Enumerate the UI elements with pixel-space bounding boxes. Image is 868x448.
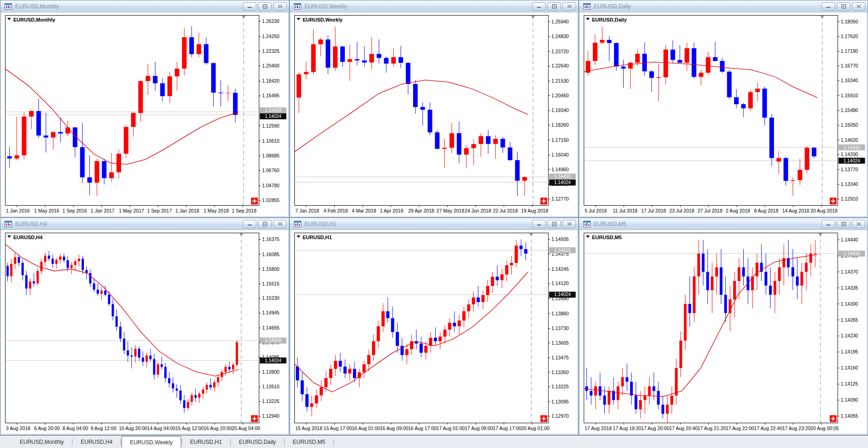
svg-text:1.13800: 1.13800 — [262, 369, 280, 375]
chart-area[interactable]: EURUSD,Monthly1.262301.242501.223251.204… — [1, 12, 288, 216]
minimize-button[interactable] — [822, 220, 835, 228]
chart-canvas-monthly[interactable]: EURUSD,Monthly1.262301.242501.223251.204… — [1, 12, 288, 216]
price-axis[interactable]: 1.163751.160851.158001.155151.152301.149… — [259, 236, 280, 419]
chart-canvas-daily[interactable]: EURUSD,Daily1.180501.176201.171901.16770… — [580, 12, 867, 216]
minimize-button[interactable] — [243, 2, 256, 11]
chart-window-titlebar[interactable]: EURUSD,H1 — [290, 218, 578, 230]
quick-trade-button[interactable] — [830, 415, 837, 422]
time-axis[interactable]: 17 Aug 201817 Aug 19:2017 Aug 20:0017 Au… — [585, 423, 839, 431]
minimize-button[interactable] — [532, 220, 546, 228]
svg-text:1.18260: 1.18260 — [552, 122, 569, 128]
svg-text:20 Aug 04:00: 20 Aug 04:00 — [232, 426, 260, 431]
restore-button[interactable] — [837, 220, 850, 228]
restore-button[interactable] — [258, 220, 271, 228]
svg-text:1 Jan 2016: 1 Jan 2016 — [6, 208, 30, 213]
minimize-button[interactable] — [243, 220, 256, 228]
tab-eurusd-h1[interactable]: EURUSD,H1 — [182, 436, 230, 448]
svg-text:20 Aug 01:00: 20 Aug 01:00 — [521, 426, 550, 431]
svg-text:1.14620: 1.14620 — [841, 137, 858, 143]
svg-text:17 Aug 17:00: 17 Aug 17:00 — [493, 426, 521, 431]
chart-window-titlebar[interactable]: EURUSD,Daily — [579, 0, 868, 12]
minimize-button[interactable] — [532, 2, 546, 11]
symbol-period-label: EURUSD,Daily — [592, 17, 627, 22]
ask-price-badge: 1.14410 — [839, 251, 865, 257]
chart-window-weekly: EURUSD,Weekly — [289, 0, 579, 218]
quick-trade-button[interactable] — [251, 415, 258, 422]
tab-eurusd-monthly[interactable]: EURUSD,Monthly — [12, 436, 72, 448]
time-axis[interactable]: 7 Jan 20184 Feb 20184 Mar 20181 Apr 2018… — [295, 206, 548, 213]
svg-text:17 Aug 20:00: 17 Aug 20:00 — [641, 426, 669, 431]
time-axis[interactable]: 5 Jul 201811 Jul 201817 Jul 201823 Jul 2… — [585, 206, 838, 213]
svg-text:1.13770: 1.13770 — [841, 167, 858, 172]
close-icon — [856, 222, 862, 226]
svg-text:1.02855: 1.02855 — [262, 197, 280, 203]
restore-button[interactable] — [837, 2, 850, 11]
chart-canvas-m5[interactable]: EURUSD,M51.144401.144051.143701.143351.1… — [580, 230, 867, 434]
chart-window-titlebar[interactable]: EURUSD,M5 — [579, 218, 868, 230]
close-button[interactable] — [852, 220, 865, 228]
symbol-period-label: EURUSD,H1 — [303, 235, 332, 240]
symbol-period-label: EURUSD,M5 — [592, 235, 622, 240]
chart-window-titlebar[interactable]: EURUSD,H4 — [0, 218, 289, 230]
svg-text:1.13475: 1.13475 — [552, 355, 569, 360]
svg-text:1.14335: 1.14335 — [841, 285, 858, 291]
svg-text:1.20450: 1.20450 — [552, 93, 569, 98]
tab-eurusd-weekly[interactable]: EURUSD,Weekly — [122, 436, 181, 448]
workspace-grid: EURUSD,Monthly — [0, 0, 868, 435]
close-button[interactable] — [563, 2, 576, 11]
svg-text:1.14410: 1.14410 — [554, 248, 571, 253]
tab-eurusd-h4[interactable]: EURUSD,H4 — [73, 436, 120, 448]
restore-button[interactable] — [258, 2, 271, 11]
tab-eurusd-daily[interactable]: EURUSD,Daily — [231, 436, 284, 448]
quick-trade-button[interactable] — [830, 198, 837, 205]
chart-area[interactable]: EURUSD,Weekly1.259401.248301.237201.2264… — [291, 12, 577, 216]
chart-canvas-h4[interactable]: EURUSD,H41.163751.160851.158001.155151.1… — [1, 230, 288, 434]
chart-area[interactable]: EURUSD,H41.163751.160851.158001.155151.1… — [1, 230, 288, 434]
quick-trade-button[interactable] — [541, 415, 547, 422]
restore-button[interactable] — [547, 2, 561, 11]
svg-text:1.13225: 1.13225 — [262, 398, 280, 404]
ask-price-badge: 1.14410 — [839, 145, 865, 151]
svg-text:17 Aug 09:00: 17 Aug 09:00 — [464, 426, 493, 431]
price-axis[interactable]: 1.144401.144051.143701.143351.143001.142… — [838, 237, 858, 419]
close-icon — [567, 222, 572, 226]
chart-icon — [583, 221, 591, 227]
svg-text:1.22325: 1.22325 — [262, 48, 280, 54]
svg-text:1.14120: 1.14120 — [552, 280, 569, 286]
close-button[interactable] — [273, 2, 287, 11]
svg-text:5 Jul 2018: 5 Jul 2018 — [585, 208, 607, 213]
tab-eurusd-m5[interactable]: EURUSD,M5 — [285, 436, 333, 448]
price-axis[interactable]: 1.180501.176201.171901.167701.163401.159… — [838, 19, 858, 202]
close-button[interactable] — [273, 220, 287, 228]
chart-area[interactable]: EURUSD,M51.144401.144051.143701.143351.1… — [580, 230, 867, 434]
svg-text:1.14090: 1.14090 — [841, 397, 858, 403]
chart-area[interactable]: EURUSD,Daily1.180501.176201.171901.16770… — [580, 12, 867, 216]
svg-text:1.13605: 1.13605 — [552, 340, 569, 346]
restore-icon — [841, 4, 846, 9]
svg-text:1.25940: 1.25940 — [552, 19, 569, 24]
close-button[interactable] — [563, 220, 576, 228]
chart-area[interactable]: EURUSD,H11.145051.143751.142451.141201.1… — [291, 230, 577, 434]
svg-text:1.14410: 1.14410 — [265, 338, 282, 343]
svg-text:1.12970: 1.12970 — [552, 413, 569, 419]
price-axis[interactable]: 1.145051.143751.142451.141201.139901.138… — [548, 236, 569, 419]
time-axis[interactable]: 3 Aug 20186 Aug 20:008 Aug 04:009 Aug 12… — [6, 423, 260, 431]
time-axis[interactable]: 15 Aug 201815 Aug 17:0016 Aug 01:0016 Au… — [295, 423, 550, 431]
chart-window-h4: EURUSD,H4 — [0, 218, 289, 435]
time-axis[interactable]: 1 Jan 20161 May 20161 Sep 20161 Jan 2017… — [6, 206, 256, 213]
minimize-icon — [247, 222, 253, 226]
svg-text:1.20400: 1.20400 — [262, 63, 280, 68]
svg-text:1.14655: 1.14655 — [262, 325, 280, 330]
quick-trade-button[interactable] — [541, 198, 547, 205]
close-icon — [277, 222, 283, 226]
minimize-button[interactable] — [822, 2, 835, 11]
chart-window-titlebar[interactable]: EURUSD,Monthly — [0, 0, 289, 12]
svg-text:1.15050: 1.15050 — [841, 122, 858, 128]
chart-window-titlebar[interactable]: EURUSD,Weekly — [290, 0, 578, 12]
svg-text:1.18050: 1.18050 — [841, 19, 858, 24]
restore-button[interactable] — [547, 220, 561, 228]
quick-trade-button[interactable] — [251, 198, 258, 205]
close-button[interactable] — [852, 2, 865, 11]
chart-canvas-weekly[interactable]: EURUSD,Weekly1.259401.248301.237201.2264… — [291, 12, 577, 216]
chart-canvas-h1[interactable]: EURUSD,H11.145051.143751.142451.141201.1… — [291, 230, 577, 434]
